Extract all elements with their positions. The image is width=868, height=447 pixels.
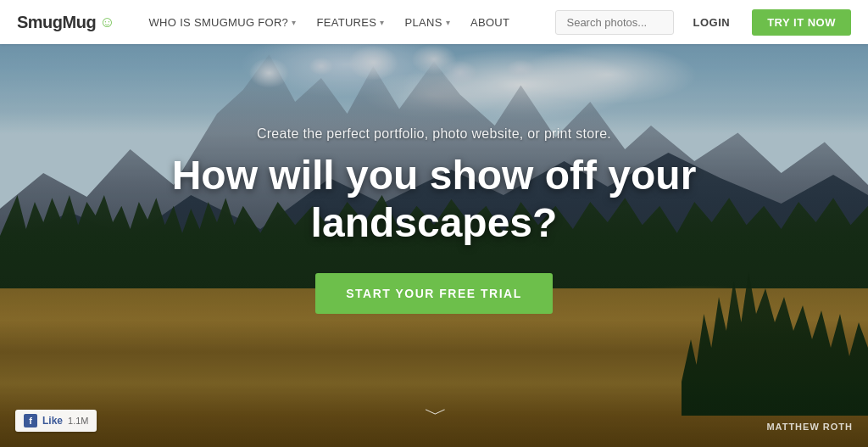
chevron-down-icon: ▾	[446, 18, 450, 27]
nav-features[interactable]: FEATURES ▾	[308, 11, 392, 34]
brand-name: SmugMug	[17, 13, 96, 32]
nav-plans[interactable]: PLANS ▾	[397, 11, 459, 34]
start-free-trial-button[interactable]: START YOUR FREE TRIAL	[315, 273, 553, 314]
login-button[interactable]: LOGIN	[681, 11, 742, 34]
facebook-icon: f	[24, 414, 37, 427]
chevron-down-icon: ▾	[380, 18, 384, 27]
try-it-now-button[interactable]: TRY IT NOW	[752, 9, 851, 36]
scroll-down-button[interactable]: 〉	[420, 406, 449, 428]
nav-about[interactable]: ABOUT	[462, 11, 518, 34]
facebook-like-widget[interactable]: f Like 1.1M	[15, 410, 97, 432]
brand-icon: ☺	[99, 14, 114, 31]
hero-title: How will you show off your landscapes?	[137, 152, 731, 245]
chevron-down-icon: 〉	[422, 406, 448, 428]
nav-right: LOGIN TRY IT NOW	[555, 9, 851, 36]
brand-logo[interactable]: SmugMug ☺	[17, 13, 115, 32]
like-label: Like	[42, 415, 63, 427]
nav-links: WHO IS SMUGMUG FOR? ▾ FEATURES ▾ PLANS ▾…	[141, 11, 556, 34]
like-count: 1.1M	[68, 416, 88, 426]
navbar: SmugMug ☺ WHO IS SMUGMUG FOR? ▾ FEATURES…	[0, 0, 868, 44]
hero-subtitle: Create the perfect portfolio, photo webs…	[257, 126, 611, 142]
chevron-down-icon: ▾	[292, 18, 296, 27]
search-input[interactable]	[555, 10, 674, 35]
nav-who-smugmug[interactable]: WHO IS SMUGMUG FOR? ▾	[141, 11, 305, 34]
photo-credit: MATTHEW ROTH	[766, 422, 853, 432]
hero-content: Create the perfect portfolio, photo webs…	[0, 44, 868, 447]
